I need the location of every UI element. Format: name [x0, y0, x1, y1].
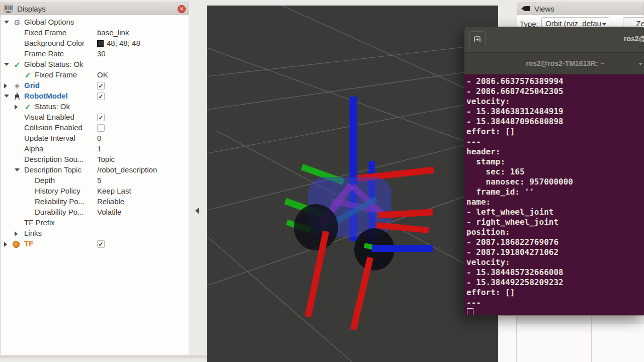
terminal-line: header:: [466, 147, 644, 157]
property-label: Global Status: Ok: [24, 60, 84, 68]
tree-row[interactable]: Alpha 1: [1, 144, 189, 154]
tree-row[interactable]: ✓ Global Status: Ok: [1, 59, 189, 70]
terminal-line: - 2086.6687425042305: [466, 86, 644, 97]
views-panel-bottom: [499, 315, 644, 362]
terminal-line: frame_id: '': [466, 187, 644, 197]
enable-checkbox[interactable]: [97, 124, 105, 132]
terminal-line: position:: [466, 227, 644, 237]
tree-row[interactable]: Collision Enabled: [1, 123, 189, 133]
expand-arrow-icon[interactable]: [15, 105, 18, 110]
property-label: Collision Enabled: [24, 123, 83, 132]
tree-row[interactable]: Frame Rate 30: [1, 49, 189, 59]
terminal-cursor: [467, 308, 473, 315]
property-label: Grid: [24, 81, 40, 89]
rviz-application: Displays ✕ ⚙ Global Options Fixed Frame …: [0, 0, 644, 362]
property-label: Alpha: [24, 144, 43, 153]
tree-row[interactable]: ⚙ Global Options: [1, 17, 189, 28]
terminal-line: - 15.384485732666008: [466, 267, 644, 278]
terminal-line: velocity:: [466, 257, 644, 267]
tree-row[interactable]: Links: [1, 228, 189, 239]
property-value[interactable]: Topic: [97, 155, 115, 163]
tree-row[interactable]: Durability Po... Volatile: [1, 207, 189, 218]
property-value[interactable]: Keep Last: [97, 187, 131, 195]
expand-arrow-icon[interactable]: [4, 83, 7, 88]
displays-icon: [4, 5, 14, 13]
3d-viewport[interactable]: [207, 6, 498, 362]
property-value[interactable]: 5: [97, 176, 101, 185]
robot-model-icon: [13, 92, 22, 101]
property-label: TF Prefix: [24, 218, 55, 227]
terminal-line: sec: 165: [466, 167, 644, 177]
tree-row[interactable]: Description Topic /robot_description: [1, 165, 189, 175]
enable-checkbox[interactable]: ✓: [97, 114, 105, 121]
terminal-line: stamp:: [466, 157, 644, 167]
property-value[interactable]: OK: [97, 70, 108, 79]
property-label: Update Interval: [24, 134, 75, 142]
property-value[interactable]: base_link: [97, 28, 129, 37]
tree-row[interactable]: Update Interval 0: [1, 133, 189, 144]
tree-row[interactable]: Description Sou... Topic: [1, 154, 189, 165]
new-tab-button[interactable]: [469, 31, 486, 47]
terminal-line: - 2086.6637576389994: [466, 76, 644, 86]
terminal-output[interactable]: - 2086.6637576389994- 2086.6687425042305…: [464, 74, 644, 315]
displays-panel-title: Displays: [17, 5, 46, 13]
enable-checkbox[interactable]: ✓: [97, 93, 105, 100]
property-value[interactable]: 30: [97, 49, 106, 58]
expand-arrow-icon[interactable]: [15, 231, 18, 236]
views-panel-header[interactable]: Views: [517, 3, 643, 15]
tree-row[interactable]: TF ✓: [1, 239, 189, 249]
terminal-line: - right_wheel_joint: [466, 217, 644, 227]
property-value[interactable]: 48; 48; 48: [107, 39, 140, 47]
tree-row[interactable]: TF Prefix: [1, 218, 189, 228]
terminal-window[interactable]: ros2@ ros2@ros2-TM1613R: ~ - 2086.663757…: [464, 27, 644, 315]
tree-row[interactable]: Visual Enabled ✓: [1, 112, 189, 123]
views-list-header: [517, 316, 644, 324]
tree-row[interactable]: Background Color 48; 48; 48: [1, 38, 189, 49]
terminal-line: - 2087.191804271062: [466, 247, 644, 257]
terminal-line: velocity:: [466, 97, 644, 107]
tree-row[interactable]: Fixed Frame base_link: [1, 28, 189, 38]
expand-arrow-icon[interactable]: [4, 95, 9, 98]
property-label: Depth: [35, 176, 55, 185]
terminal-line: effort: []: [466, 288, 644, 298]
chevron-down-icon: [602, 23, 606, 26]
tree-row[interactable]: ✓ Fixed Frame OK: [1, 70, 189, 80]
tree-row[interactable]: RobotModel ✓: [1, 91, 189, 102]
terminal-titlebar[interactable]: ros2@: [464, 27, 644, 53]
enable-checkbox[interactable]: ✓: [97, 82, 105, 89]
property-value[interactable]: 0: [97, 134, 101, 142]
color-swatch[interactable]: [97, 40, 104, 47]
terminal-line: name:: [466, 197, 644, 207]
displays-panel: Displays ✕ ⚙ Global Options Fixed Frame …: [0, 3, 189, 354]
property-label: Status: Ok: [35, 102, 70, 111]
property-label: Visual Enabled: [24, 113, 74, 121]
views-column-divider: [591, 316, 592, 362]
tree-row[interactable]: Reliability Po... Reliable: [1, 197, 189, 207]
property-label: Reliability Po...: [35, 197, 85, 206]
check-icon: ✓: [13, 60, 22, 69]
property-label: Links: [24, 229, 42, 237]
terminal-tab[interactable]: ros2@ros2-TM1613R: ~: [495, 59, 635, 67]
terminal-line: - 2087.186822769076: [466, 237, 644, 247]
expand-arrow-icon[interactable]: [4, 63, 9, 66]
property-value[interactable]: Volatile: [97, 208, 121, 216]
expand-arrow-icon[interactable]: [4, 21, 9, 24]
tree-row[interactable]: ◈ Grid ✓: [1, 80, 189, 91]
tree-row[interactable]: Depth 5: [1, 175, 189, 186]
panel-collapse-handle-icon[interactable]: [195, 208, 199, 214]
expand-arrow-icon[interactable]: [15, 168, 20, 171]
tab-list-chevron-icon[interactable]: [638, 63, 642, 65]
enable-checkbox[interactable]: ✓: [97, 240, 105, 248]
expand-arrow-icon[interactable]: [4, 242, 7, 247]
gear-icon: ⚙: [13, 18, 22, 27]
property-value[interactable]: 1: [97, 144, 101, 153]
tree-row[interactable]: History Policy Keep Last: [1, 186, 189, 197]
tree-row[interactable]: ✓ Status: Ok: [1, 102, 189, 112]
property-value[interactable]: /robot_description: [97, 165, 157, 174]
displays-panel-header[interactable]: Displays ✕: [1, 3, 189, 15]
eye-icon: ◈: [13, 81, 22, 90]
close-icon[interactable]: ✕: [178, 5, 186, 13]
terminal-tabbar[interactable]: ros2@ros2-TM1613R: ~: [464, 53, 644, 74]
property-label: TF: [24, 239, 33, 248]
property-value[interactable]: Reliable: [97, 197, 124, 206]
